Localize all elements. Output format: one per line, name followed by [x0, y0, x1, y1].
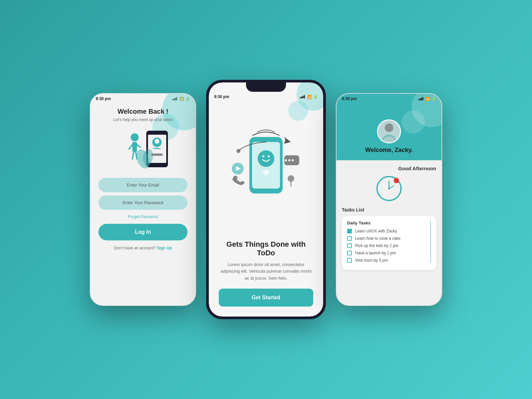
- status-bar: 9:30 pm 📶 🔋: [90, 94, 196, 102]
- greeting-text: Good Afternoon: [342, 166, 436, 171]
- status-icons-2: 📶 🔋: [300, 95, 318, 99]
- avatar-svg: [378, 119, 400, 143]
- phone-call-icon: [232, 176, 245, 185]
- person-arm-right: [137, 145, 140, 147]
- task-checkbox-2[interactable]: [347, 236, 352, 241]
- password-input[interactable]: [98, 196, 188, 210]
- welcome-name: Welcome, Zacky.: [365, 147, 413, 154]
- task-label-2: Learn how to cook a cake: [355, 236, 401, 241]
- battery-icon: 🔋: [186, 97, 190, 101]
- task-label-1: Learn UI/UX with Zacky: [355, 229, 397, 233]
- onboarding-desc: Lorem ipsum dolor sit amet, consectetur …: [219, 261, 313, 282]
- clock-widget: [342, 175, 436, 202]
- onboarding-svg: [219, 127, 313, 213]
- person-arm-left: [129, 145, 132, 149]
- tasks-divider: [430, 220, 431, 263]
- status-bar-3: 9:30 pm 📶 🔋: [336, 94, 442, 102]
- wifi-icon: 📶: [180, 97, 184, 101]
- daily-tasks-title: Daily Tasks: [347, 220, 431, 225]
- status-time-3: 9:30 pm: [342, 96, 357, 101]
- clock-svg: [376, 175, 402, 202]
- login-button[interactable]: Log In: [98, 224, 188, 240]
- paper-plane: [284, 137, 291, 144]
- smiley-eye-r: [268, 155, 270, 157]
- onboarding-screen: 9:30 pm 📶 🔋: [206, 80, 326, 319]
- signal-icon: [172, 97, 177, 100]
- signal-icon-3: [418, 97, 423, 100]
- clock-center: [388, 188, 390, 190]
- status-icons-3: 📶 🔋: [418, 97, 436, 101]
- battery-icon-2: 🔋: [313, 95, 318, 99]
- pwd-dot3: [156, 154, 158, 155]
- task-item-4: Have a launch by 1 pm: [347, 251, 431, 255]
- location-circle: [288, 175, 294, 182]
- onboarding-title: Gets Things Done with ToDo: [219, 240, 313, 257]
- pwd-dot4: [158, 154, 160, 155]
- email-input[interactable]: [98, 178, 188, 192]
- earphone-bud: [236, 149, 240, 153]
- no-account-text: Don't have an account?: [114, 246, 156, 250]
- forget-password-link[interactable]: Forget Password: [128, 214, 158, 219]
- login-title: Welcome Back !: [117, 108, 168, 115]
- tasks-card: Daily Tasks Learn UI/UX with Zacky Learn…: [342, 216, 436, 270]
- dash-deco2: [402, 110, 425, 134]
- onboarding-illustration: [209, 100, 323, 240]
- get-started-button[interactable]: Get Started: [219, 289, 313, 307]
- onboarding-text-area: Gets Things Done with ToDo Lorem ipsum d…: [209, 240, 323, 317]
- wifi-icon-2: 📶: [307, 95, 312, 99]
- login-subtitle: Let's help you meet up your tasks: [113, 117, 173, 122]
- onboarding-content: 9:30 pm 📶 🔋: [209, 82, 323, 317]
- task-checkbox-4[interactable]: [347, 251, 352, 255]
- person-leg-left: [132, 152, 134, 159]
- task-checkbox-1[interactable]: [347, 229, 352, 233]
- avatar-head-shape: [385, 123, 393, 132]
- task-checkbox-3[interactable]: [347, 243, 352, 248]
- clock-notification-dot: [394, 178, 399, 183]
- wifi-arc1: [253, 132, 279, 135]
- status-time: 9:30 pm: [96, 96, 111, 101]
- task-label-5: Visit mom by 5 pm: [355, 258, 388, 263]
- phone-notch: [246, 82, 286, 92]
- battery-icon-3: 🔋: [432, 97, 436, 101]
- login-content: Welcome Back ! Let's help you meet up yo…: [90, 102, 196, 250]
- signup-text: Don't have an account? Sign Up: [114, 246, 172, 250]
- screens-container: 9:30 pm 📶 🔋 Welcome Back ! Let's help yo…: [90, 80, 442, 319]
- task-label-4: Have a launch by 1 pm: [355, 251, 396, 255]
- smiley-bg: [258, 150, 274, 167]
- user-avatar: [377, 119, 401, 143]
- person-head: [131, 133, 139, 141]
- task-item-3: Pick up the kids by 2 pm: [347, 243, 431, 248]
- chat-dot3: [292, 159, 294, 161]
- phone-avatar-head: [155, 139, 159, 144]
- chat-dot1: [285, 159, 287, 161]
- person-body: [132, 142, 137, 152]
- login-illustration: [110, 127, 176, 174]
- login-illustration-svg: [110, 127, 176, 174]
- pwd-dot2: [154, 154, 156, 155]
- tasks-card-inner: Daily Tasks Learn UI/UX with Zacky Learn…: [347, 220, 431, 263]
- task-checkbox-5[interactable]: [347, 258, 352, 263]
- pwd-dot5: [160, 154, 162, 155]
- task-item-2: Learn how to cook a cake: [347, 236, 431, 241]
- dashboard-body: Good Afternoon Tasks List Daily: [336, 160, 442, 305]
- signal-icon-2: [300, 95, 305, 98]
- status-time-2: 9:30 pm: [214, 94, 229, 99]
- dashboard-screen: 9:30 pm 📶 🔋: [336, 93, 442, 306]
- login-screen: 9:30 pm 📶 🔋 Welcome Back ! Let's help yo…: [90, 93, 196, 306]
- tasks-list-label: Tasks List: [342, 207, 436, 212]
- dashboard-header: 9:30 pm 📶 🔋: [336, 94, 442, 160]
- wifi-icon-3: 📶: [426, 97, 430, 101]
- task-item-5: Visit mom by 5 pm: [347, 258, 431, 263]
- status-icons: 📶 🔋: [172, 97, 190, 101]
- smiley-eye-l: [262, 155, 264, 157]
- chat-dot2: [288, 159, 290, 161]
- task-item-1: Learn UI/UX with Zacky: [347, 229, 431, 233]
- signup-link[interactable]: Sign Up: [157, 246, 172, 250]
- task-label-3: Pick up the kids by 2 pm: [355, 243, 398, 248]
